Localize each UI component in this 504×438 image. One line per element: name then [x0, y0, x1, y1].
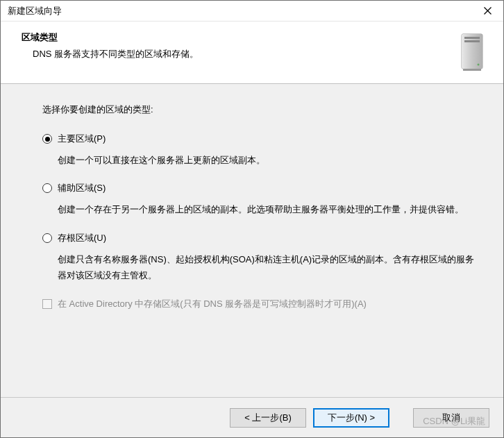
- radio-secondary[interactable]: 辅助区域(S): [42, 182, 476, 194]
- radio-primary[interactable]: 主要区域(P): [42, 133, 476, 145]
- radio-icon: [42, 134, 52, 144]
- close-button[interactable]: [471, 1, 503, 22]
- svg-rect-7: [463, 69, 481, 71]
- wizard-header: 区域类型 DNS 服务器支持不同类型的区域和存储。: [1, 22, 503, 84]
- cancel-button[interactable]: 取消: [413, 408, 489, 428]
- titlebar: 新建区域向导: [1, 1, 503, 22]
- radio-description: 创建只含有名称服务器(NS)、起始授权机构(SOA)和粘连主机(A)记录的区域的…: [58, 251, 476, 284]
- radio-stub[interactable]: 存根区域(U): [42, 232, 476, 244]
- instruction-text: 选择你要创建的区域的类型:: [42, 103, 476, 116]
- radio-option-stub: 存根区域(U) 创建只含有名称服务器(NS)、起始授权机构(SOA)和粘连主机(…: [42, 232, 476, 284]
- radio-description: 创建一个存在于另一个服务器上的区域的副本。此选项帮助主服务器平衡处理的工作量，并…: [58, 201, 476, 217]
- back-button[interactable]: < 上一步(B): [230, 408, 306, 428]
- radio-icon: [42, 183, 52, 193]
- svg-point-6: [478, 64, 480, 66]
- server-icon: [455, 31, 489, 76]
- radio-label: 主要区域(P): [58, 133, 106, 145]
- close-icon: [484, 7, 492, 15]
- checkbox-label: 在 Active Directory 中存储区域(只有 DNS 服务器是可写域控…: [58, 298, 367, 310]
- radio-icon: [42, 233, 52, 243]
- wizard-footer: < 上一步(B) 下一步(N) > 取消: [1, 397, 503, 437]
- page-title: 区域类型: [22, 31, 455, 44]
- wizard-body: 选择你要创建的区域的类型: 主要区域(P) 创建一个可以直接在这个服务器上更新的…: [1, 84, 503, 397]
- svg-rect-4: [464, 37, 480, 39]
- svg-rect-5: [464, 40, 480, 42]
- next-button[interactable]: 下一步(N) >: [313, 408, 389, 428]
- radio-option-secondary: 辅助区域(S) 创建一个存在于另一个服务器上的区域的副本。此选项帮助主服务器平衡…: [42, 182, 476, 217]
- checkbox-ad-store: 在 Active Directory 中存储区域(只有 DNS 服务器是可写域控…: [42, 298, 476, 310]
- radio-description: 创建一个可以直接在这个服务器上更新的区域副本。: [58, 152, 476, 168]
- checkbox-icon: [42, 299, 52, 309]
- radio-label: 存根区域(U): [58, 232, 106, 244]
- radio-label: 辅助区域(S): [58, 182, 106, 194]
- svg-rect-3: [462, 34, 482, 69]
- window-title: 新建区域向导: [8, 5, 62, 17]
- page-subtitle: DNS 服务器支持不同类型的区域和存储。: [22, 48, 455, 60]
- radio-option-primary: 主要区域(P) 创建一个可以直接在这个服务器上更新的区域副本。: [42, 133, 476, 168]
